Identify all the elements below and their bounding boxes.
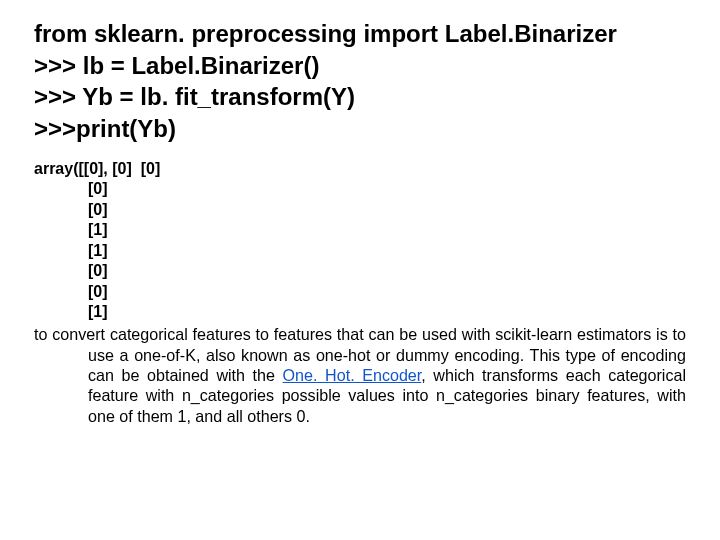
array-row: [0] [34,200,686,220]
onehotencoder-link[interactable]: One. Hot. Encoder [283,366,422,384]
array-row: [0] [34,282,686,302]
array-row: [1] [34,220,686,240]
code-line-print: >>>print(Yb) [34,113,686,145]
slide: from sklearn. preprocessing import Label… [0,0,720,540]
array-row: [0] [34,179,686,199]
array-row: [1] [34,241,686,261]
code-line-import: from sklearn. preprocessing import Label… [34,18,686,50]
array-row: [1] [34,302,686,322]
output-block: array([[0], [0] [0] [0] [0] [1] [1] [0] … [34,159,686,426]
array-header: array([[0], [0] [0] [34,159,686,179]
explanation-paragraph: to convert categorical features to featu… [34,324,686,425]
code-line-lb: >>> lb = Label.Binarizer() [34,50,686,82]
array-row: [0] [34,261,686,281]
code-block: from sklearn. preprocessing import Label… [34,18,686,145]
code-line-yb: >>> Yb = lb. fit_transform(Y) [34,81,686,113]
